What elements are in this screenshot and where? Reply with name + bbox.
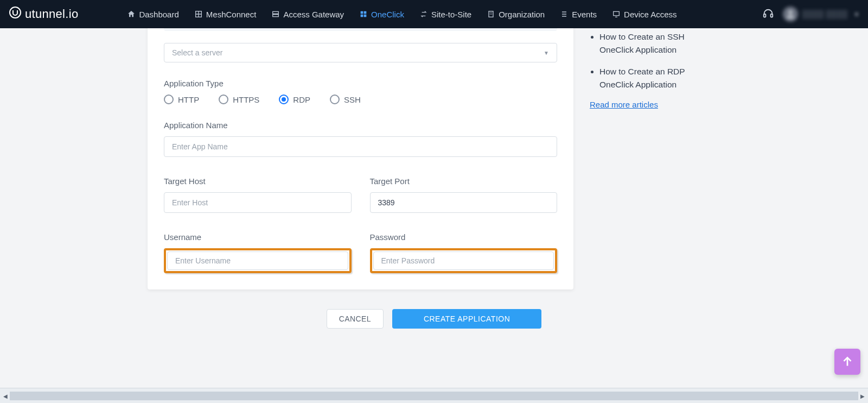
password-label: Password	[370, 232, 558, 242]
radio-dot	[330, 95, 340, 104]
app-type-label: Application Type	[164, 79, 557, 88]
svg-rect-3	[273, 15, 279, 17]
nav-oneclick-label: OneClick	[371, 10, 404, 19]
cancel-button[interactable]: CANCEL	[327, 309, 384, 329]
info-box: you want to add here.	[164, 28, 557, 31]
read-more-link[interactable]: Read more articles	[590, 100, 658, 109]
nav-device-access[interactable]: Device Access	[612, 10, 677, 19]
svg-rect-2	[273, 11, 279, 14]
scroll-right-icon[interactable]: ▶	[858, 392, 867, 400]
server-select-placeholder: Select a server	[172, 48, 222, 57]
nav-site-to-site-label: Site-to-Site	[431, 10, 471, 19]
create-app-card: you want to add here. Select a server ▼ …	[148, 28, 573, 289]
radio-http[interactable]: HTTP	[164, 95, 199, 104]
page: you want to add here. Select a server ▼ …	[1, 28, 867, 388]
nav-organization-label: Organization	[499, 10, 545, 19]
scroll-top-button[interactable]	[834, 349, 860, 375]
nav-dashboard[interactable]: Dashboard	[127, 10, 178, 19]
svg-rect-6	[361, 15, 363, 17]
nav-device-access-label: Device Access	[624, 10, 677, 19]
avatar-icon	[783, 7, 798, 22]
app-name-input[interactable]	[164, 136, 557, 157]
radio-dot	[164, 95, 174, 104]
svg-rect-5	[364, 11, 367, 14]
content: you want to add here. Select a server ▼ …	[1, 28, 867, 289]
nav-access-gateway-label: Access Gateway	[283, 10, 344, 19]
target-port-label: Target Port	[370, 177, 558, 186]
radio-rdp-label: RDP	[293, 95, 310, 104]
radio-ssh-label: SSH	[344, 95, 361, 104]
article-link[interactable]: How to Create an RDP OneClick Applicatio…	[599, 65, 720, 91]
app-type-radios: HTTP HTTPS RDP SSH	[164, 95, 557, 104]
chevron-down-icon: ▼	[544, 50, 549, 56]
user-menu[interactable]: ████ ████ ▼	[783, 7, 859, 22]
nav-organization[interactable]: Organization	[487, 10, 545, 19]
svg-rect-4	[361, 11, 363, 14]
username-label: Username	[164, 232, 352, 242]
brand-text: utunnel.io	[25, 7, 78, 21]
swap-icon	[419, 10, 428, 18]
caret-down-icon: ▼	[854, 11, 859, 17]
svg-rect-7	[364, 15, 367, 17]
nav: Dashboard MeshConnect Access Gateway One…	[127, 10, 762, 19]
svg-rect-11	[770, 14, 773, 17]
topbar-right: ████ ████ ▼	[762, 7, 859, 22]
scrollbar-track[interactable]	[10, 392, 858, 400]
home-icon	[127, 10, 136, 18]
nav-oneclick[interactable]: OneClick	[359, 10, 404, 19]
mesh-icon	[194, 10, 203, 18]
radio-dot	[279, 95, 289, 104]
app-name-label: Application Name	[164, 121, 557, 130]
nav-meshconnect-label: MeshConnect	[206, 10, 257, 19]
radio-https[interactable]: HTTPS	[219, 95, 259, 104]
radio-dot	[219, 95, 228, 104]
create-application-button[interactable]: CREATE APPLICATION	[392, 309, 541, 329]
svg-rect-10	[764, 14, 766, 17]
brand-logo[interactable]: utunnel.io	[9, 6, 78, 22]
scroll-left-icon[interactable]: ◀	[1, 392, 10, 400]
brand-icon	[9, 6, 22, 22]
radio-https-label: HTTPS	[233, 95, 259, 104]
target-port-input[interactable]	[370, 192, 558, 213]
nav-access-gateway[interactable]: Access Gateway	[271, 10, 344, 19]
svg-rect-9	[614, 11, 620, 15]
radio-rdp[interactable]: RDP	[279, 95, 310, 104]
topbar: utunnel.io Dashboard MeshConnect Access …	[0, 0, 868, 28]
svg-point-0	[10, 7, 21, 18]
help-sidebar: How to Create an SSH OneClick Applicatio…	[590, 28, 720, 289]
nav-events[interactable]: Events	[560, 10, 597, 19]
password-input[interactable]	[373, 251, 554, 270]
server-select[interactable]: Select a server ▼	[164, 43, 557, 62]
nav-events-label: Events	[572, 10, 597, 19]
article-link[interactable]: How to Create an SSH OneClick Applicatio…	[599, 30, 720, 56]
nav-meshconnect[interactable]: MeshConnect	[194, 10, 257, 19]
svg-rect-8	[489, 11, 493, 17]
building-icon	[487, 10, 495, 18]
svg-point-12	[789, 10, 793, 14]
server-icon	[271, 10, 280, 18]
support-icon[interactable]	[762, 8, 774, 20]
username-highlight	[164, 248, 352, 273]
nav-site-to-site[interactable]: Site-to-Site	[419, 10, 471, 19]
monitor-icon	[612, 10, 621, 18]
target-host-input[interactable]	[164, 192, 352, 213]
list-icon	[560, 10, 569, 18]
radio-http-label: HTTP	[178, 95, 199, 104]
target-host-label: Target Host	[164, 177, 352, 186]
password-highlight	[370, 248, 558, 273]
user-name: ████ ████	[802, 10, 847, 18]
nav-dashboard-label: Dashboard	[139, 10, 178, 19]
form-actions: CANCEL CREATE APPLICATION	[1, 309, 867, 329]
radio-ssh[interactable]: SSH	[330, 95, 361, 104]
grid-icon	[359, 10, 368, 18]
horizontal-scrollbar[interactable]: ◀ ▶	[0, 388, 868, 403]
username-input[interactable]	[167, 251, 348, 270]
